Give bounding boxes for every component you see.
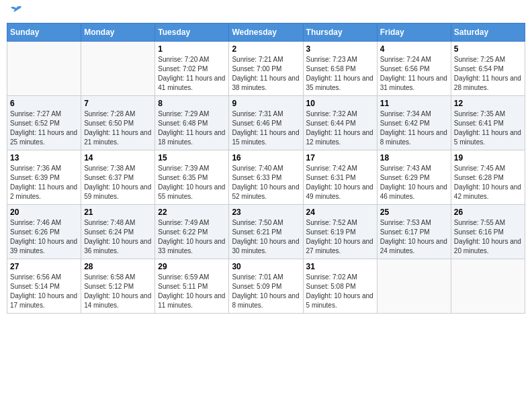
day-info: Sunrise: 7:24 AMSunset: 6:56 PMDaylight:… (380, 55, 448, 93)
calendar-cell: 15Sunrise: 7:39 AMSunset: 6:35 PMDayligh… (155, 150, 229, 205)
calendar-cell: 12Sunrise: 7:35 AMSunset: 6:41 PMDayligh… (451, 96, 525, 150)
calendar-cell: 8Sunrise: 7:29 AMSunset: 6:48 PMDaylight… (155, 96, 229, 150)
day-number: 18 (380, 153, 448, 163)
calendar-cell: 30Sunrise: 7:01 AMSunset: 5:09 PMDayligh… (229, 259, 303, 314)
day-number: 28 (84, 262, 152, 271)
day-number: 22 (158, 208, 226, 217)
day-info: Sunrise: 7:27 AMSunset: 6:52 PMDaylight:… (10, 109, 78, 147)
day-info: Sunrise: 7:28 AMSunset: 6:50 PMDaylight:… (84, 109, 152, 147)
day-number: 10 (306, 99, 374, 108)
calendar-week-4: 20Sunrise: 7:46 AMSunset: 6:26 PMDayligh… (7, 205, 525, 259)
day-info: Sunrise: 7:45 AMSunset: 6:28 PMDaylight:… (454, 164, 522, 201)
calendar-cell (377, 259, 451, 314)
calendar-week-1: 1Sunrise: 7:20 AMSunset: 7:02 PMDaylight… (7, 42, 525, 96)
weekday-header-friday: Friday (377, 24, 451, 42)
calendar-cell: 7Sunrise: 7:28 AMSunset: 6:50 PMDaylight… (81, 96, 155, 150)
day-number: 15 (158, 153, 226, 163)
calendar-cell (81, 42, 155, 96)
day-number: 30 (232, 262, 300, 271)
calendar-cell: 20Sunrise: 7:46 AMSunset: 6:26 PMDayligh… (7, 205, 81, 259)
calendar-cell: 23Sunrise: 7:50 AMSunset: 6:21 PMDayligh… (229, 205, 303, 259)
calendar-cell: 21Sunrise: 7:48 AMSunset: 6:24 PMDayligh… (81, 205, 155, 259)
day-info: Sunrise: 7:23 AMSunset: 6:58 PMDaylight:… (306, 55, 374, 93)
page-header (7, 7, 525, 17)
calendar-week-5: 27Sunrise: 6:56 AMSunset: 5:14 PMDayligh… (7, 259, 525, 314)
day-number: 27 (10, 262, 78, 271)
day-info: Sunrise: 7:43 AMSunset: 6:29 PMDaylight:… (380, 164, 448, 201)
calendar-cell: 2Sunrise: 7:21 AMSunset: 7:00 PMDaylight… (229, 42, 303, 96)
day-number: 17 (306, 153, 374, 163)
day-number: 29 (158, 262, 226, 271)
day-info: Sunrise: 7:31 AMSunset: 6:46 PMDaylight:… (232, 109, 300, 147)
calendar-cell: 6Sunrise: 7:27 AMSunset: 6:52 PMDaylight… (7, 96, 81, 150)
day-number: 31 (306, 262, 374, 271)
calendar-cell: 4Sunrise: 7:24 AMSunset: 6:56 PMDaylight… (377, 42, 451, 96)
day-info: Sunrise: 7:02 AMSunset: 5:08 PMDaylight:… (306, 273, 374, 310)
calendar-cell: 3Sunrise: 7:23 AMSunset: 6:58 PMDaylight… (303, 42, 377, 96)
calendar-cell: 28Sunrise: 6:58 AMSunset: 5:12 PMDayligh… (81, 259, 155, 314)
day-info: Sunrise: 7:48 AMSunset: 6:24 PMDaylight:… (84, 218, 152, 256)
weekday-header-tuesday: Tuesday (155, 24, 229, 42)
day-info: Sunrise: 7:39 AMSunset: 6:35 PMDaylight:… (158, 164, 226, 201)
day-number: 16 (232, 153, 300, 163)
day-info: Sunrise: 6:56 AMSunset: 5:14 PMDaylight:… (10, 273, 78, 310)
calendar-cell: 26Sunrise: 7:55 AMSunset: 6:16 PMDayligh… (451, 205, 525, 259)
calendar-week-2: 6Sunrise: 7:27 AMSunset: 6:52 PMDaylight… (7, 96, 525, 150)
day-number: 5 (454, 44, 522, 54)
calendar-cell: 11Sunrise: 7:34 AMSunset: 6:42 PMDayligh… (377, 96, 451, 150)
calendar-cell: 25Sunrise: 7:53 AMSunset: 6:17 PMDayligh… (377, 205, 451, 259)
calendar-cell: 16Sunrise: 7:40 AMSunset: 6:33 PMDayligh… (229, 150, 303, 205)
day-number: 7 (84, 99, 152, 108)
calendar-cell: 9Sunrise: 7:31 AMSunset: 6:46 PMDaylight… (229, 96, 303, 150)
day-number: 25 (380, 208, 448, 217)
day-number: 6 (10, 99, 78, 108)
calendar-cell: 5Sunrise: 7:25 AMSunset: 6:54 PMDaylight… (451, 42, 525, 96)
day-number: 4 (380, 44, 448, 54)
day-info: Sunrise: 7:46 AMSunset: 6:26 PMDaylight:… (10, 218, 78, 256)
day-number: 23 (232, 208, 300, 217)
calendar-cell (7, 42, 81, 96)
day-info: Sunrise: 7:20 AMSunset: 7:02 PMDaylight:… (158, 55, 226, 93)
day-info: Sunrise: 7:38 AMSunset: 6:37 PMDaylight:… (84, 164, 152, 201)
weekday-header-monday: Monday (81, 24, 155, 42)
calendar-cell: 10Sunrise: 7:32 AMSunset: 6:44 PMDayligh… (303, 96, 377, 150)
calendar-cell: 22Sunrise: 7:49 AMSunset: 6:22 PMDayligh… (155, 205, 229, 259)
day-info: Sunrise: 7:52 AMSunset: 6:19 PMDaylight:… (306, 218, 374, 256)
calendar-cell: 29Sunrise: 6:59 AMSunset: 5:11 PMDayligh… (155, 259, 229, 314)
day-number: 20 (10, 208, 78, 217)
day-info: Sunrise: 7:36 AMSunset: 6:39 PMDaylight:… (10, 164, 78, 201)
weekday-header-sunday: Sunday (7, 24, 81, 42)
day-number: 26 (454, 208, 522, 217)
day-info: Sunrise: 6:58 AMSunset: 5:12 PMDaylight:… (84, 273, 152, 310)
day-info: Sunrise: 7:21 AMSunset: 7:00 PMDaylight:… (232, 55, 300, 93)
calendar-week-3: 13Sunrise: 7:36 AMSunset: 6:39 PMDayligh… (7, 150, 525, 205)
logo (7, 7, 24, 17)
day-info: Sunrise: 6:59 AMSunset: 5:11 PMDaylight:… (158, 273, 226, 310)
day-info: Sunrise: 7:40 AMSunset: 6:33 PMDaylight:… (232, 164, 300, 201)
day-number: 13 (10, 153, 78, 163)
weekday-header-saturday: Saturday (451, 24, 525, 42)
day-info: Sunrise: 7:42 AMSunset: 6:31 PMDaylight:… (306, 164, 374, 201)
day-number: 24 (306, 208, 374, 217)
day-info: Sunrise: 7:25 AMSunset: 6:54 PMDaylight:… (454, 55, 522, 93)
calendar-table: SundayMondayTuesdayWednesdayThursdayFrid… (7, 23, 525, 314)
day-number: 19 (454, 153, 522, 163)
day-number: 3 (306, 44, 374, 54)
weekday-header-wednesday: Wednesday (229, 24, 303, 42)
weekday-header-thursday: Thursday (303, 24, 377, 42)
day-info: Sunrise: 7:35 AMSunset: 6:41 PMDaylight:… (454, 109, 522, 147)
day-number: 14 (84, 153, 152, 163)
calendar-cell: 18Sunrise: 7:43 AMSunset: 6:29 PMDayligh… (377, 150, 451, 205)
day-info: Sunrise: 7:50 AMSunset: 6:21 PMDaylight:… (232, 218, 300, 256)
logo-bird-icon (8, 4, 24, 20)
day-info: Sunrise: 7:01 AMSunset: 5:09 PMDaylight:… (232, 273, 300, 310)
day-info: Sunrise: 7:29 AMSunset: 6:48 PMDaylight:… (158, 109, 226, 147)
calendar-cell: 19Sunrise: 7:45 AMSunset: 6:28 PMDayligh… (451, 150, 525, 205)
day-number: 9 (232, 99, 300, 108)
logo-line1 (7, 7, 24, 20)
calendar-cell: 24Sunrise: 7:52 AMSunset: 6:19 PMDayligh… (303, 205, 377, 259)
day-info: Sunrise: 7:34 AMSunset: 6:42 PMDaylight:… (380, 109, 448, 147)
day-number: 1 (158, 44, 226, 54)
calendar-cell: 27Sunrise: 6:56 AMSunset: 5:14 PMDayligh… (7, 259, 81, 314)
day-info: Sunrise: 7:53 AMSunset: 6:17 PMDaylight:… (380, 218, 448, 256)
